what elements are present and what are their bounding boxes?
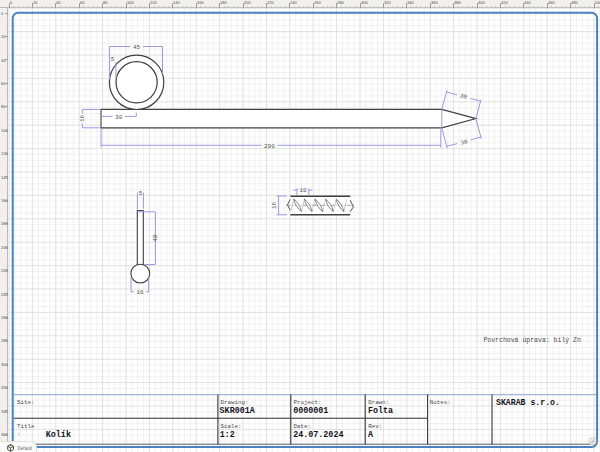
svg-text:Kolík: Kolík xyxy=(46,430,71,440)
svg-text:5: 5 xyxy=(111,56,115,63)
svg-text:16: 16 xyxy=(79,115,86,123)
svg-text:10: 10 xyxy=(299,187,307,194)
svg-text:290: 290 xyxy=(264,143,275,150)
svg-text:SKARAB s.r.o.: SKARAB s.r.o. xyxy=(496,398,560,407)
svg-text:48: 48 xyxy=(152,234,159,242)
svg-text:0000001: 0000001 xyxy=(293,406,328,416)
svg-text:Date:: Date: xyxy=(294,423,311,430)
svg-text:45: 45 xyxy=(133,44,141,51)
svg-text:Title: Title xyxy=(17,423,35,430)
svg-text:Site:: Site: xyxy=(17,399,34,406)
svg-text:16: 16 xyxy=(271,201,278,209)
svg-text:Scale:: Scale: xyxy=(221,423,242,430)
svg-text:16: 16 xyxy=(136,289,144,296)
svg-text:Default: Default xyxy=(18,446,33,451)
svg-text:Folta: Folta xyxy=(368,406,393,416)
svg-text:5: 5 xyxy=(139,190,143,197)
svg-text:Rev:: Rev: xyxy=(368,423,382,430)
svg-text:24.07.2024: 24.07.2024 xyxy=(293,430,343,440)
svg-text:SKR001A: SKR001A xyxy=(220,406,256,416)
svg-text:Povrchová úprava: bílý Zn: Povrchová úprava: bílý Zn xyxy=(483,337,581,344)
svg-text::: : xyxy=(17,431,20,438)
svg-text:Notes:: Notes: xyxy=(430,399,451,406)
svg-text:1:2: 1:2 xyxy=(220,430,235,440)
svg-text:30: 30 xyxy=(460,138,469,147)
svg-text:30: 30 xyxy=(459,92,468,101)
svg-text:30: 30 xyxy=(115,114,123,121)
